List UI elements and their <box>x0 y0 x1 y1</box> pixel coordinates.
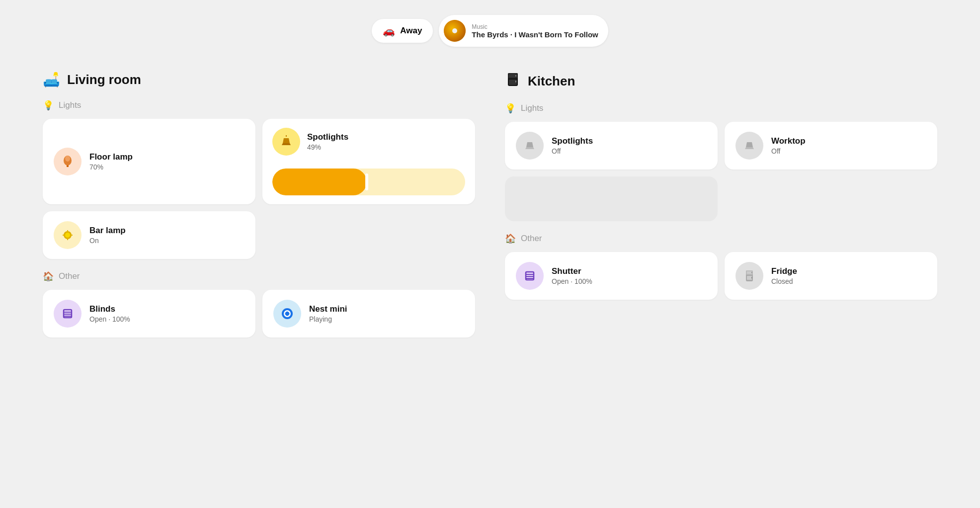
svg-point-2 <box>65 156 70 162</box>
album-art <box>444 20 466 42</box>
blinds-icon <box>54 300 82 328</box>
top-bar: 🚗 Away Music The Byrds · I Wasn't Born T… <box>30 15 950 47</box>
living-lights-label: Lights <box>59 100 81 110</box>
music-info: Music The Byrds · I Wasn't Born To Follo… <box>472 23 598 39</box>
floor-lamp-status: 70% <box>89 163 133 171</box>
slider-track <box>272 169 465 195</box>
svg-marker-26 <box>526 142 533 147</box>
spotlights-living-info: Spotlights 49% <box>307 132 348 151</box>
svg-rect-24 <box>515 75 516 77</box>
music-pill[interactable]: Music The Byrds · I Wasn't Born To Follo… <box>439 15 608 47</box>
svg-marker-31 <box>745 147 754 149</box>
shutter-icon <box>516 262 544 290</box>
spotlights-slider[interactable] <box>272 169 465 195</box>
spotlights-living-icon <box>272 128 300 156</box>
svg-marker-29 <box>746 142 753 147</box>
kitchen-spotlights-card[interactable]: Spotlights Off <box>505 122 718 169</box>
car-icon: 🚗 <box>383 25 395 37</box>
kitchen-header: Kitchen <box>505 72 937 91</box>
spotlights-living-top: Spotlights 49% <box>272 128 465 156</box>
floor-lamp-icon <box>54 148 82 175</box>
spotlights-living-name: Spotlights <box>307 132 348 142</box>
worktop-status: Off <box>771 147 806 155</box>
shutter-status: Open · 100% <box>552 277 592 285</box>
shutter-info: Shutter Open · 100% <box>552 266 592 285</box>
kitchen-other-label: Other <box>521 234 542 244</box>
svg-marker-28 <box>525 147 534 149</box>
bulb-icon-kitchen: 💡 <box>505 103 516 114</box>
away-pill[interactable]: 🚗 Away <box>372 19 433 43</box>
worktop-name: Worktop <box>771 136 806 146</box>
kitchen-other-category: 🏠 Other <box>505 233 937 244</box>
worktop-card[interactable]: Worktop Off <box>725 122 937 169</box>
svg-rect-38 <box>747 271 752 274</box>
fridge-status: Closed <box>771 277 797 285</box>
rooms-container: 🛋️ Living room 💡 Lights Floor lamp <box>43 72 937 349</box>
floor-lamp-name: Floor lamp <box>89 152 133 162</box>
nest-mini-status: Playing <box>309 315 347 323</box>
kitchen-title: Kitchen <box>528 74 575 89</box>
svg-rect-40 <box>751 272 752 273</box>
svg-point-19 <box>286 313 289 315</box>
music-label: Music <box>472 23 598 30</box>
svg-marker-5 <box>282 143 291 145</box>
home-icon-living: 🏠 <box>43 271 54 282</box>
music-title: The Byrds · I Wasn't Born To Follow <box>472 30 598 39</box>
shutter-name: Shutter <box>552 266 592 276</box>
fridge-icon <box>735 262 763 290</box>
fridge-name: Fridge <box>771 266 797 276</box>
fridge-card[interactable]: Fridge Closed <box>725 252 937 300</box>
worktop-info: Worktop Off <box>771 136 806 155</box>
kitchen-lights-category: 💡 Lights <box>505 103 937 114</box>
home-icon-kitchen: 🏠 <box>505 233 516 244</box>
blinds-name: Blinds <box>89 304 130 314</box>
svg-rect-41 <box>751 277 752 279</box>
room-living-room: 🛋️ Living room 💡 Lights Floor lamp <box>43 72 475 349</box>
away-label: Away <box>400 26 422 36</box>
kitchen-spotlights-name: Spotlights <box>552 136 593 146</box>
living-lights-grid: Floor lamp 70% Spot <box>43 119 475 259</box>
svg-rect-39 <box>747 276 752 280</box>
slider-thumb <box>365 173 368 190</box>
kitchen-spotlights-status: Off <box>552 147 593 155</box>
svg-rect-25 <box>515 81 516 83</box>
bar-lamp-card[interactable]: Bar lamp On <box>43 211 255 259</box>
spotlights-living-status: 49% <box>307 143 348 151</box>
living-other-label: Other <box>59 271 80 281</box>
nest-mini-card[interactable]: Nest mini Playing <box>262 290 475 338</box>
living-room-lights-category: 💡 Lights <box>43 100 475 111</box>
living-other-grid: Blinds Open · 100% Nest mini Playing <box>43 290 475 338</box>
bar-lamp-icon <box>54 221 82 249</box>
bulb-icon-living: 💡 <box>43 100 54 111</box>
bar-lamp-info: Bar lamp On <box>89 226 126 245</box>
kitchen-spotlights-info: Spotlights Off <box>552 136 593 155</box>
kitchen-spotlights-icon <box>516 132 544 160</box>
bar-lamp-status: On <box>89 237 126 245</box>
empty-kitchen-card <box>505 176 718 221</box>
slider-fill <box>272 169 367 195</box>
spotlights-living-card[interactable]: Spotlights 49% <box>262 119 475 204</box>
kitchen-lights-label: Lights <box>521 103 543 113</box>
svg-point-8 <box>65 233 70 238</box>
living-room-header: 🛋️ Living room <box>43 72 475 88</box>
bar-lamp-name: Bar lamp <box>89 226 126 236</box>
room-kitchen: Kitchen 💡 Lights Spotlights Off <box>505 72 937 349</box>
nest-mini-icon <box>273 300 301 328</box>
floor-lamp-info: Floor lamp 70% <box>89 152 133 171</box>
blinds-status: Open · 100% <box>89 315 130 323</box>
living-room-title: Living room <box>67 72 141 87</box>
kitchen-other-grid: Shutter Open · 100% Fr <box>505 252 937 300</box>
nest-mini-name: Nest mini <box>309 304 347 314</box>
floor-lamp-card[interactable]: Floor lamp 70% <box>43 119 255 204</box>
blinds-card[interactable]: Blinds Open · 100% <box>43 290 255 338</box>
kitchen-lights-grid: Spotlights Off Worktop Off <box>505 122 937 221</box>
sofa-icon: 🛋️ <box>43 72 60 88</box>
nest-mini-info: Nest mini Playing <box>309 304 347 323</box>
blinds-info: Blinds Open · 100% <box>89 304 130 323</box>
fridge-info: Fridge Closed <box>771 266 797 285</box>
living-room-other-category: 🏠 Other <box>43 271 475 282</box>
shutter-card[interactable]: Shutter Open · 100% <box>505 252 718 300</box>
worktop-icon <box>735 132 763 160</box>
fridge-room-icon <box>505 72 521 91</box>
svg-marker-3 <box>283 138 290 143</box>
